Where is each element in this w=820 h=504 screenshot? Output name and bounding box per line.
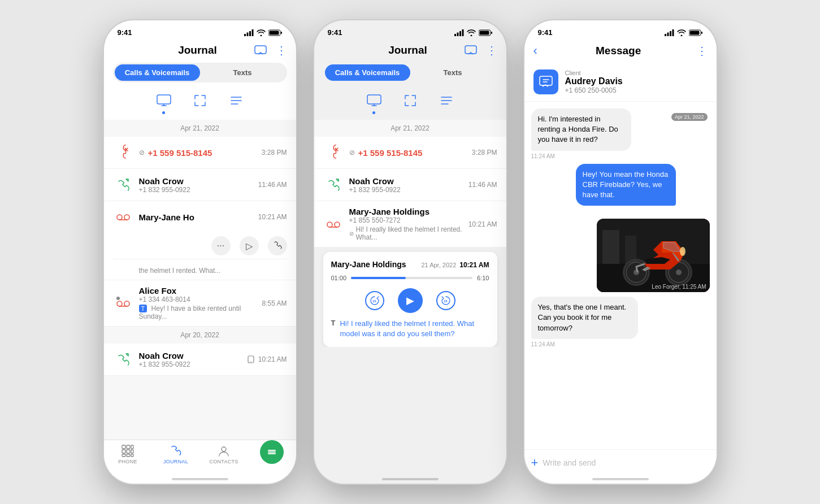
date-sep-3: Apr 21, 2022 [314, 120, 506, 137]
mary-jane-time: 10:21 AM [468, 220, 497, 228]
tab-bar-1: PHONE JOURNAL CONTACTS [104, 440, 296, 476]
fab-button[interactable] [260, 440, 284, 464]
filter-dot-2 [372, 111, 375, 114]
outgoing-call-icon-2 [115, 351, 131, 367]
page-title-2: Journal [352, 44, 465, 57]
segment-control-2: Calls & Voicemails Texts [323, 63, 497, 82]
svg-point-68 [680, 247, 685, 256]
blocked-icon-2: ⊘ [349, 149, 355, 157]
filter-icon-wrap-4 [365, 92, 383, 114]
status-bar-3: 9:41 [524, 20, 717, 40]
messages-area: Hi. I'm interested in renting a Honda Fi… [524, 102, 717, 449]
message-image: Leo Forger, 11:25 AM [597, 219, 710, 292]
missed-call-icon-2 [326, 145, 341, 160]
tab-contacts-label: CONTACTS [209, 459, 238, 464]
svg-rect-33 [454, 34, 456, 36]
voicemail-panel: Mary-Jane Holdings 21 Apr, 2022 10:21 AM… [323, 252, 497, 347]
segment-texts-1[interactable]: Texts [200, 64, 285, 81]
tab-phone[interactable]: PHONE [104, 445, 152, 464]
audio-start-time: 01:00 [331, 275, 347, 281]
svg-point-19 [250, 361, 251, 362]
compose-icon-2[interactable] [465, 45, 477, 55]
more-icon-2[interactable]: ⋮ [486, 44, 497, 57]
more-action-btn[interactable]: ··· [211, 236, 231, 255]
noah-crow-name-2: Noah Crow [349, 176, 463, 186]
segment-calls-1[interactable]: Calls & Voicemails [115, 64, 200, 81]
outgoing-call-time-2: 10:21 AM [258, 355, 287, 363]
forward-button[interactable]: 15 [436, 291, 455, 310]
attachment-button[interactable]: + [531, 455, 539, 470]
play-button[interactable]: ▶ [398, 288, 423, 313]
call-item-voicemail-2[interactable]: Alice Fox +1 334 463-8014 T Hey! I have … [104, 280, 296, 327]
filter-icon-wrap-3 [227, 92, 245, 110]
status-bar-1: 9:41 [104, 20, 296, 40]
filter-tv-icon[interactable] [155, 92, 173, 110]
play-action-btn[interactable]: ▷ [240, 236, 259, 255]
call-item-outgoing-2[interactable]: Noah Crow +1 832 955-0922 10:21 AM [104, 344, 296, 376]
filter-row-2 [314, 89, 506, 120]
message-2: Hey! You mean the Honda CBR Fireblade? Y… [576, 164, 710, 215]
filter-list-icon-2[interactable] [437, 92, 455, 110]
svg-text:15: 15 [444, 299, 448, 303]
message-3: Yes, that's the one I meant. Can you boo… [531, 297, 674, 347]
bubble-time-1: 11:24 AM [531, 153, 665, 159]
svg-rect-38 [491, 32, 492, 34]
segment-calls-2[interactable]: Calls & Voicemails [325, 64, 410, 81]
alice-fox-time: 8:55 AM [262, 299, 287, 307]
call-item-outgoing-3[interactable]: Noah Crow +1 832 955-0922 11:46 AM [314, 169, 506, 201]
svg-point-29 [222, 447, 226, 451]
content-spacer [104, 376, 296, 440]
voicemail-panel-header: Mary-Jane Holdings 21 Apr, 2022 10:21 AM [331, 260, 489, 269]
outgoing-call-name: Noah Crow [139, 176, 253, 186]
tab-journal[interactable]: JOURNAL [152, 445, 200, 464]
svg-rect-26 [122, 454, 125, 457]
voicemail-preview-1: the helmet I rented. What... [113, 265, 287, 280]
bubble-time-2: Leo Forger, 11:24 AM [576, 208, 710, 214]
signal-icon-2 [454, 29, 464, 36]
call-item-voicemail-1[interactable]: Mary-Jane Ho 10:21 AM ··· ▷ the helmet I… [104, 201, 296, 280]
call-item-missed-2[interactable]: ⊘ +1 559 515-8145 3:28 PM [314, 137, 506, 169]
page-title-1: Journal [141, 44, 254, 57]
home-indicator-3 [592, 478, 649, 480]
tab-contacts[interactable]: CONTACTS [200, 445, 248, 464]
status-icons-1 [244, 29, 283, 36]
call-action-btn[interactable] [268, 236, 287, 255]
filter-list-icon[interactable] [227, 92, 245, 110]
outgoing-call-time: 11:46 AM [258, 181, 287, 189]
back-button[interactable]: ‹ [533, 44, 537, 58]
call-item-outgoing[interactable]: Noah Crow +1 832 955-0922 11:46 AM [104, 169, 296, 201]
message-input[interactable]: Write and send [543, 458, 709, 467]
tab-fab[interactable] [248, 445, 296, 464]
status-bar-2: 9:41 [314, 20, 506, 40]
audio-progress-track[interactable] [351, 277, 472, 279]
voicemail-icon-wrap-2 [113, 293, 133, 314]
call-item-missed[interactable]: ⊘ +1 559 515-8145 3:28 PM [104, 137, 296, 169]
outgoing-call-number: +1 832 955-0922 [139, 186, 253, 194]
rewind-button[interactable]: 15 [365, 291, 384, 310]
filter-expand-icon[interactable] [191, 92, 209, 110]
contact-avatar [533, 69, 558, 94]
svg-rect-27 [127, 454, 130, 457]
contact-name: Audrey Davis [565, 76, 623, 86]
filter-icon-wrap-6 [437, 92, 455, 110]
missed-call-time-2: 3:28 PM [472, 149, 497, 157]
outgoing-call-info: Noah Crow +1 832 955-0922 [139, 176, 253, 194]
more-icon-3[interactable]: ⋮ [696, 44, 708, 58]
more-icon[interactable]: ⋮ [276, 44, 287, 57]
status-time-3: 9:41 [538, 28, 553, 37]
svg-rect-56 [689, 31, 699, 34]
audio-progress-bar: 01:00 6:10 [331, 275, 489, 281]
segment-texts-2[interactable]: Texts [410, 64, 496, 81]
signal-icon-3 [665, 29, 674, 36]
signal-icon [244, 29, 254, 36]
missed-call-info-2: ⊘ +1 559 515-8145 [349, 148, 466, 158]
compose-icon[interactable] [254, 45, 267, 55]
mary-jane-info: Mary-Jane Holdings +1 855 550-7272 ⊘ Hi!… [349, 207, 463, 241]
journal-tab-icon [170, 445, 182, 457]
outgoing-call-icon [115, 177, 131, 193]
home-indicator-2 [382, 478, 439, 480]
filter-expand-icon-2[interactable] [401, 92, 419, 110]
filter-tv-icon-2[interactable] [365, 92, 383, 110]
contacts-tab-icon [218, 445, 230, 457]
call-item-mary-jane[interactable]: Mary-Jane Holdings +1 855 550-7272 ⊘ Hi!… [314, 201, 506, 247]
